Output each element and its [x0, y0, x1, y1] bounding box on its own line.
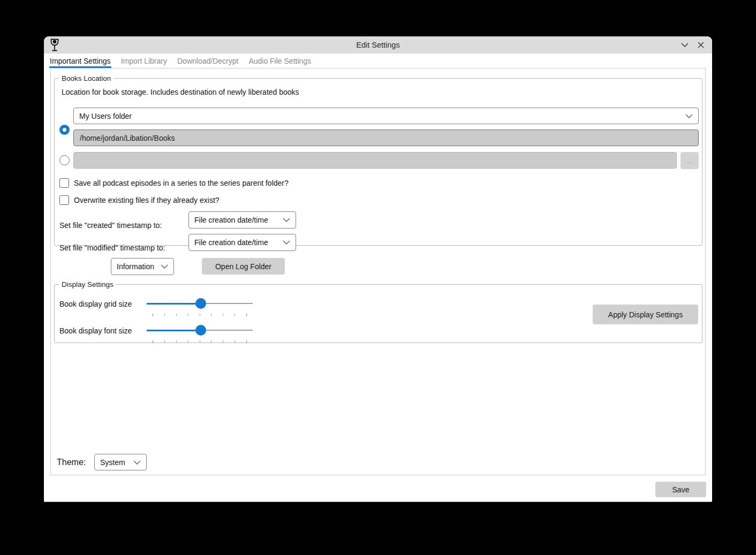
tab-download-decrypt[interactable]: Download/Decrypt [177, 54, 239, 68]
chevron-down-icon [161, 264, 168, 269]
books-location-description: Location for book storage. Includes dest… [62, 88, 299, 96]
slider-ticks [153, 314, 247, 316]
modified-timestamp-value: File creation date/time [194, 238, 279, 247]
minimize-button[interactable] [677, 37, 693, 52]
books-path-field[interactable] [73, 130, 699, 146]
apply-display-settings-button[interactable]: Apply Display Settings [593, 305, 698, 324]
slider-ticks [153, 340, 247, 343]
tab-import-library[interactable]: Import Library [120, 54, 168, 68]
created-timestamp-value: File creation date/time [194, 216, 279, 224]
preset-path-radio[interactable] [59, 125, 70, 135]
window-title: Edit Settings [44, 36, 712, 54]
slider-fill [147, 330, 201, 331]
theme-label: Theme: [57, 458, 86, 467]
edit-settings-window: Edit Settings Important Settings Import … [44, 36, 712, 502]
podcast-series-checkbox[interactable] [59, 178, 69, 188]
tab-bar: Important Settings Import Library Downlo… [44, 54, 712, 68]
overwrite-files-checkbox[interactable] [59, 195, 69, 205]
logging-level-select[interactable]: Information [111, 258, 174, 275]
overwrite-files-checkbox-label: Overwrite existing files if they already… [74, 196, 220, 204]
display-settings-legend: Display Settings [59, 280, 116, 288]
font-size-slider[interactable] [147, 325, 253, 336]
chevron-down-icon [283, 240, 290, 245]
titlebar: Edit Settings [44, 36, 712, 54]
podcast-series-checkbox-label: Save all podcast episodes in a series to… [74, 179, 289, 187]
created-timestamp-select[interactable]: File creation date/time [188, 211, 296, 229]
grid-size-slider[interactable] [147, 298, 253, 309]
modified-timestamp-label: Set file "modified" timestamp to: [59, 244, 165, 252]
custom-path-field[interactable] [73, 152, 677, 169]
close-button[interactable] [693, 37, 709, 52]
slider-fill [147, 303, 201, 305]
tab-audio-file-settings[interactable]: Audio File Settings [248, 54, 312, 68]
display-settings-group: Display Settings Book display grid size … [54, 280, 702, 343]
browse-folder-button[interactable]: ... [681, 152, 699, 169]
chevron-down-icon [685, 114, 693, 118]
tab-important-settings[interactable]: Important Settings [49, 54, 111, 68]
font-size-slider-label: Book display font size [59, 326, 132, 335]
open-log-folder-button[interactable]: Open Log Folder [202, 258, 285, 275]
custom-path-radio[interactable] [59, 155, 70, 165]
theme-value: System [100, 458, 130, 467]
font-size-slider-thumb[interactable] [195, 325, 206, 336]
logging-level-value: Information [117, 262, 157, 271]
modified-timestamp-select[interactable]: File creation date/time [188, 234, 296, 251]
books-location-legend: Books Location [59, 74, 114, 82]
chevron-down-icon [133, 460, 141, 465]
important-settings-panel: Books Location Location for book storage… [50, 68, 706, 475]
grid-size-slider-label: Book display grid size [59, 300, 132, 308]
grid-size-slider-thumb[interactable] [195, 298, 206, 309]
theme-select[interactable]: System [94, 454, 147, 470]
save-button[interactable]: Save [655, 482, 706, 497]
books-location-preset-select[interactable]: My Users folder [73, 108, 699, 124]
books-location-preset-value: My Users folder [79, 112, 682, 120]
books-location-group: Books Location Location for book storage… [54, 74, 702, 246]
chevron-down-icon [283, 218, 290, 222]
created-timestamp-label: Set file "created" timestamp to: [59, 221, 162, 230]
